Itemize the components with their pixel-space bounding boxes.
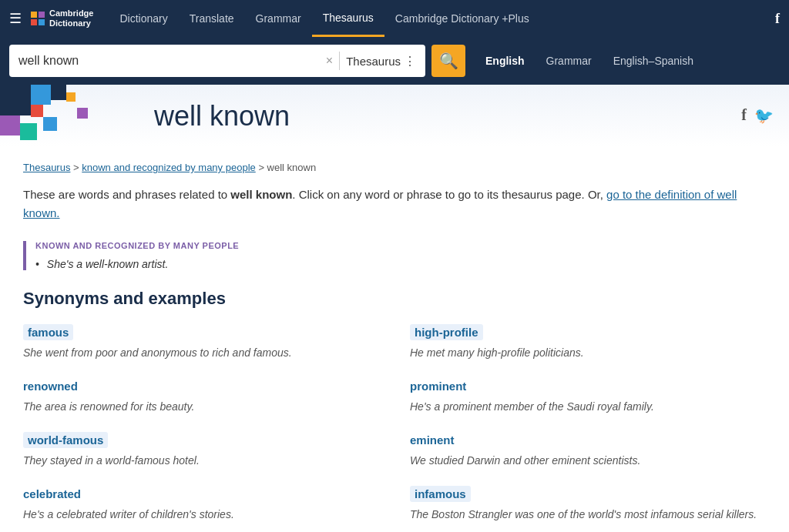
synonym-word[interactable]: world-famous (23, 432, 108, 448)
nav-dictionary[interactable]: Dictionary (109, 0, 178, 37)
search-input-wrap: × Thesaurus ⋮ (9, 45, 425, 77)
bullet-icon: • (35, 258, 39, 270)
twitter-share-icon[interactable]: 🐦 (754, 106, 774, 125)
synonym-example: The Boston Strangler was one of the worl… (410, 507, 766, 523)
logo-text: Cambridge Dictionary (49, 8, 93, 28)
synonym-word[interactable]: celebrated (23, 486, 86, 502)
synonym-word[interactable]: renowned (23, 378, 82, 394)
synonym-item: famousShe went from poor and anonymous t… (23, 324, 379, 361)
tab-english[interactable]: English (478, 52, 532, 70)
logo-squares (31, 12, 45, 25)
search-options-icon[interactable]: ⋮ (404, 54, 416, 69)
main-content: Thesaurus > known and recognized by many… (0, 146, 789, 532)
synonym-example: He met many high-profile politicians. (410, 345, 766, 361)
social-share-icons: f 🐦 (741, 106, 774, 125)
nav-links: Dictionary Translate Grammar Thesaurus C… (109, 0, 539, 37)
page-title: well known (154, 100, 290, 132)
clear-icon[interactable]: × (326, 54, 333, 68)
synonyms-title: Synonyms and examples (23, 289, 766, 309)
search-divider (339, 52, 340, 70)
synonym-example: The area is renowned for its beauty. (23, 399, 379, 415)
synonym-word[interactable]: prominent (410, 378, 471, 394)
title-area: well known f 🐦 (139, 85, 789, 145)
tab-english-spanish[interactable]: English–Spanish (606, 52, 701, 70)
intro-text: These are words and phrases related to w… (23, 186, 766, 223)
category-block: KNOWN AND RECOGNIZED BY MANY PEOPLE • Sh… (23, 241, 766, 270)
synonym-item: world-famousThey stayed in a world-famou… (23, 432, 379, 469)
synonym-example: They stayed in a world-famous hotel. (23, 453, 379, 469)
breadcrumb-current: well known (267, 162, 317, 173)
search-icon: 🔍 (439, 52, 458, 70)
breadcrumb-category[interactable]: known and recognized by many people (82, 162, 255, 173)
nav-translate[interactable]: Translate (179, 0, 245, 37)
synonyms-col-left: famousShe went from poor and anonymous t… (23, 324, 379, 532)
synonym-example: She went from poor and anonymous to rich… (23, 345, 379, 361)
breadcrumb-sep2: > (258, 162, 267, 173)
breadcrumb-thesaurus[interactable]: Thesaurus (23, 162, 70, 173)
synonym-item: renownedThe area is renowned for its bea… (23, 378, 379, 415)
search-input[interactable] (18, 54, 320, 68)
nav-plus[interactable]: Cambridge Dictionary +Plus (384, 0, 540, 37)
search-language-tabs: English Grammar English–Spanish (478, 52, 701, 70)
search-bar: × Thesaurus ⋮ 🔍 English Grammar English–… (0, 37, 789, 85)
breadcrumb-sep1: > (73, 162, 82, 173)
tab-grammar[interactable]: Grammar (539, 52, 599, 70)
facebook-share-icon[interactable]: f (741, 106, 747, 125)
category-example: • She's a well-known artist. (35, 258, 766, 270)
header-area: well known f 🐦 (0, 85, 789, 146)
search-button[interactable]: 🔍 (431, 45, 465, 77)
synonym-item: prominentHe's a prominent member of the … (410, 378, 766, 415)
nav-thesaurus[interactable]: Thesaurus (312, 0, 384, 37)
logo[interactable]: Cambridge Dictionary (31, 8, 93, 28)
hamburger-icon[interactable]: ☰ (9, 10, 22, 27)
decorative-blocks (0, 85, 139, 146)
synonyms-col-right: high-profileHe met many high-profile pol… (410, 324, 766, 532)
search-type-label: Thesaurus (346, 55, 401, 68)
top-nav: ☰ Cambridge Dictionary Dictionary Transl… (0, 0, 789, 37)
synonym-item: eminentWe studied Darwin and other emine… (410, 432, 766, 469)
search-type-selector[interactable]: Thesaurus ⋮ (346, 54, 416, 69)
synonym-example: He's a celebrated writer of children's s… (23, 507, 379, 523)
synonym-word[interactable]: infamous (410, 486, 471, 502)
synonym-item: celebratedHe's a celebrated writer of ch… (23, 486, 379, 523)
nav-grammar[interactable]: Grammar (245, 0, 312, 37)
category-title: KNOWN AND RECOGNIZED BY MANY PEOPLE (35, 241, 766, 250)
synonym-example: He's a prominent member of the Saudi roy… (410, 399, 766, 415)
synonym-word[interactable]: eminent (410, 432, 459, 448)
synonym-example: We studied Darwin and other eminent scie… (410, 453, 766, 469)
synonym-item: infamousThe Boston Strangler was one of … (410, 486, 766, 523)
synonym-word[interactable]: famous (23, 324, 73, 340)
breadcrumb: Thesaurus > known and recognized by many… (23, 162, 766, 173)
intro-bold: well known (230, 188, 292, 201)
synonym-item: high-profileHe met many high-profile pol… (410, 324, 766, 361)
facebook-nav-icon[interactable]: f (775, 11, 780, 27)
synonyms-grid: famousShe went from poor and anonymous t… (23, 324, 766, 532)
synonym-word[interactable]: high-profile (410, 324, 483, 340)
